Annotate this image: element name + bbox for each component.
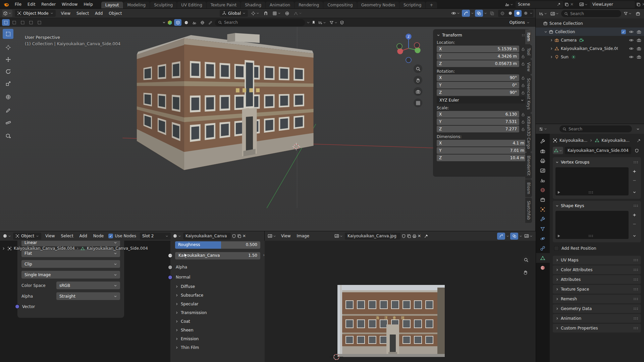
overlays-toggle[interactable] bbox=[510, 233, 518, 240]
asset-search-input[interactable]: Search bbox=[215, 19, 305, 26]
panel-grip[interactable] bbox=[633, 307, 638, 310]
properties-tab-modifiers[interactable] bbox=[536, 214, 550, 224]
node-dropdown-single-image[interactable]: Single Image bbox=[21, 271, 120, 279]
viewport-menu-select[interactable]: Select bbox=[73, 10, 92, 16]
chevron-down-icon[interactable] bbox=[506, 235, 509, 238]
sidebar-tab-kitbash3d-cargo[interactable]: KitBash3D Cargo bbox=[525, 113, 532, 152]
select-mode-2[interactable] bbox=[19, 19, 26, 26]
panel-header[interactable]: Vertex Groups bbox=[555, 159, 638, 166]
workspace-tab--[interactable]: + bbox=[426, 2, 437, 9]
panel-custom-properties[interactable]: Custom Properties bbox=[553, 324, 641, 333]
options-button[interactable]: Options bbox=[507, 19, 532, 26]
scene-datablock-dropdown[interactable] bbox=[504, 1, 514, 8]
panel-attributes[interactable]: Attributes bbox=[553, 275, 641, 284]
transform-value-field[interactable]: Z7.277 bbox=[437, 126, 519, 132]
pan-button[interactable] bbox=[521, 268, 530, 277]
menu-window[interactable]: Window bbox=[59, 1, 80, 7]
snap-toggle[interactable] bbox=[262, 10, 269, 17]
mesh-browse-button[interactable] bbox=[553, 147, 563, 154]
proportional-edit-toggle[interactable] bbox=[284, 10, 290, 17]
asset-type-hdr-button[interactable] bbox=[199, 19, 206, 26]
gizmo-axis[interactable] bbox=[397, 49, 403, 54]
pin-icon[interactable] bbox=[557, 2, 561, 6]
tool-scale[interactable] bbox=[3, 78, 13, 88]
tool-measure[interactable] bbox=[3, 117, 13, 127]
panel-grip[interactable] bbox=[633, 268, 638, 271]
zoom-button[interactable] bbox=[414, 64, 422, 73]
transform-panel-header[interactable]: Transform bbox=[437, 32, 527, 39]
transform-value-field[interactable]: X6.130 bbox=[437, 111, 519, 118]
overlays-dropdown-icon[interactable] bbox=[484, 12, 487, 15]
tool-select-box[interactable] bbox=[3, 29, 13, 39]
bsdf-section-thin-film[interactable]: Thin Film bbox=[175, 343, 260, 352]
shader-menu-add[interactable]: Add bbox=[76, 233, 90, 239]
sidebar-tab-tool[interactable]: Tool bbox=[525, 45, 532, 58]
node-canvas[interactable]: LinearFlatClipSingle ImageColor SpacesRG… bbox=[0, 241, 265, 362]
new-collection-button[interactable] bbox=[634, 10, 642, 17]
panel-color-attributes[interactable]: Color Attributes bbox=[553, 265, 641, 274]
panel-remesh[interactable]: Remesh bbox=[553, 295, 641, 303]
asset-bar-collapse-icon[interactable] bbox=[162, 21, 166, 24]
snap-settings[interactable] bbox=[271, 10, 282, 17]
tool-add-cube[interactable] bbox=[3, 131, 13, 141]
sidebar-tab-item[interactable]: Item bbox=[525, 29, 532, 44]
display-channels-selector[interactable] bbox=[523, 232, 534, 240]
bsdf-section-specular[interactable]: Specular bbox=[175, 300, 260, 308]
bsdf-section-coat[interactable]: Coat bbox=[175, 317, 260, 326]
transform-value-field[interactable]: X90° bbox=[437, 74, 519, 81]
pack-image-icon[interactable] bbox=[412, 234, 417, 238]
select-mode-4[interactable] bbox=[36, 19, 43, 26]
shading-wireframe-button[interactable] bbox=[499, 10, 506, 17]
image-canvas[interactable]: 海 洋 會 館 bbox=[265, 241, 536, 362]
pin-icon[interactable] bbox=[637, 138, 641, 143]
panel-header[interactable]: Shape Keys bbox=[555, 202, 638, 209]
properties-tab-tool[interactable] bbox=[536, 136, 550, 146]
properties-tab-constraints[interactable] bbox=[536, 243, 550, 253]
shading-rendered-button[interactable] bbox=[522, 10, 529, 17]
transform-value-field[interactable]: Z0.05673 m bbox=[437, 60, 519, 67]
image-browse-button[interactable] bbox=[333, 232, 344, 240]
workspace-tab-scripting[interactable]: Scripting bbox=[399, 2, 425, 9]
editor-type-button[interactable] bbox=[267, 232, 277, 240]
asset-bar-expand-icon[interactable] bbox=[306, 20, 310, 24]
hide-viewport-icon[interactable] bbox=[629, 55, 634, 59]
panel-grip[interactable] bbox=[633, 204, 638, 207]
sidebar-tab-blenderkit[interactable]: BlenderKit bbox=[525, 153, 532, 179]
tool-rotate[interactable] bbox=[3, 66, 13, 76]
panel-grip[interactable] bbox=[633, 278, 638, 281]
menu-render[interactable]: Render bbox=[38, 1, 59, 7]
list-box[interactable] bbox=[555, 211, 629, 239]
outliner-row[interactable]: Kaiyoukaikan_Canva_Side.00 bbox=[536, 44, 644, 53]
gizmos-toggle[interactable] bbox=[497, 233, 505, 240]
add-button[interactable] bbox=[630, 167, 638, 175]
workspace-tab-sculpting[interactable]: Sculpting bbox=[150, 2, 177, 9]
shader-menu-select[interactable]: Select bbox=[58, 233, 76, 239]
panel-grip[interactable] bbox=[633, 161, 638, 164]
outliner-search-input[interactable]: Search bbox=[561, 10, 621, 17]
scene-name-field[interactable]: Scene bbox=[516, 1, 563, 8]
workspace-tab-geometry-nodes[interactable]: Geometry Nodes bbox=[357, 2, 399, 9]
sidebar-tab-screencast-keys[interactable]: Screencast Keys bbox=[525, 75, 532, 113]
asset-type-brush-button[interactable] bbox=[207, 19, 214, 26]
fake-user-icon[interactable] bbox=[401, 234, 406, 238]
rotation-mode-selector[interactable]: XYZ Euler bbox=[437, 97, 527, 104]
shading-material-button[interactable] bbox=[514, 10, 522, 17]
list-grip[interactable] bbox=[588, 191, 593, 194]
hide-viewport-icon[interactable] bbox=[629, 46, 634, 51]
remove-button[interactable] bbox=[630, 220, 638, 228]
collection-checkbox[interactable]: ✓ bbox=[621, 29, 626, 34]
copy-material-icon[interactable] bbox=[237, 234, 241, 238]
gizmos-toggle[interactable] bbox=[462, 10, 470, 17]
gizmo-axis[interactable] bbox=[397, 44, 402, 49]
menu-file[interactable]: File bbox=[12, 1, 24, 7]
bookmark-icon[interactable] bbox=[312, 20, 316, 24]
panel-grip[interactable] bbox=[633, 288, 638, 291]
properties-tab-scene[interactable] bbox=[536, 175, 550, 185]
workspace-tab-compositing[interactable]: Compositing bbox=[323, 2, 357, 9]
fake-user-icon[interactable] bbox=[232, 234, 236, 238]
properties-tab-world[interactable] bbox=[536, 185, 550, 195]
specials-button[interactable] bbox=[630, 188, 638, 196]
shading-dropdown-icon[interactable] bbox=[530, 12, 533, 15]
outliner-row[interactable]: Scene Collection bbox=[536, 19, 644, 27]
gizmos-dropdown-icon[interactable] bbox=[471, 12, 474, 15]
